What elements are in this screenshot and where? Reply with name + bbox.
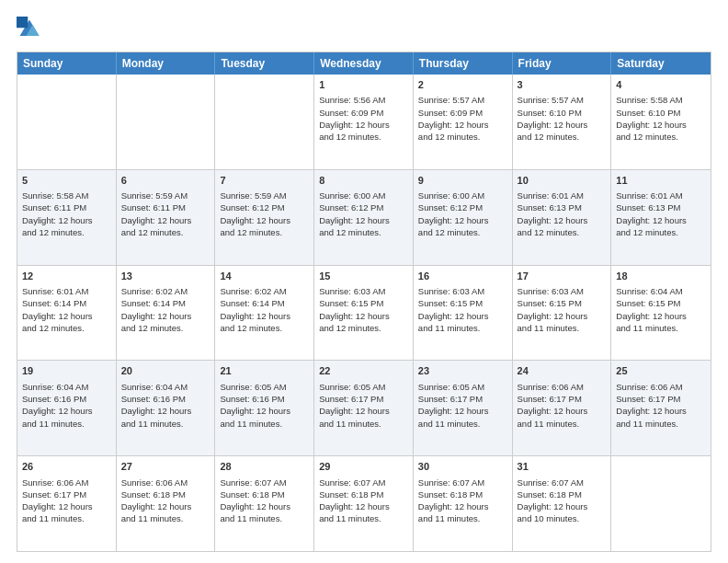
calendar-row-1: 5Sunrise: 5:58 AMSunset: 6:11 PMDaylight… — [17, 169, 711, 265]
day-cell-12: 12Sunrise: 6:01 AMSunset: 6:14 PMDayligh… — [17, 266, 117, 361]
day-cell-24: 24Sunrise: 6:06 AMSunset: 6:17 PMDayligh… — [513, 361, 612, 455]
day-info-line: Daylight: 12 hours — [418, 214, 507, 226]
calendar-row-2: 12Sunrise: 6:01 AMSunset: 6:14 PMDayligh… — [17, 265, 711, 361]
day-info-line: Sunset: 6:12 PM — [220, 201, 309, 213]
header-cell-saturday: Saturday — [611, 52, 711, 75]
day-info-line: Daylight: 12 hours — [616, 214, 706, 226]
day-info-line: Daylight: 12 hours — [220, 214, 309, 226]
day-info-line: Daylight: 12 hours — [319, 119, 408, 131]
day-info-line: Sunset: 6:11 PM — [22, 201, 111, 213]
day-info-line: and 11 minutes. — [418, 512, 507, 524]
day-info-line: Sunrise: 5:57 AM — [518, 94, 607, 106]
day-info-line: Sunrise: 6:03 AM — [319, 285, 408, 297]
day-info-line: Daylight: 12 hours — [319, 405, 408, 417]
day-cell-10: 10Sunrise: 6:01 AMSunset: 6:13 PMDayligh… — [513, 170, 612, 265]
day-number: 26 — [22, 460, 111, 474]
empty-cell-0-1 — [117, 75, 216, 169]
day-info-line: and 11 minutes. — [418, 418, 507, 430]
day-cell-11: 11Sunrise: 6:01 AMSunset: 6:13 PMDayligh… — [611, 170, 711, 265]
day-info-line: and 11 minutes. — [220, 512, 309, 524]
day-number: 22 — [319, 364, 408, 378]
day-cell-9: 9Sunrise: 6:00 AMSunset: 6:12 PMDaylight… — [414, 170, 513, 265]
day-info-line: Sunset: 6:17 PM — [616, 393, 706, 405]
day-info-line: Sunset: 6:18 PM — [518, 488, 607, 500]
day-info-line: Daylight: 12 hours — [220, 405, 309, 417]
day-info-line: Sunrise: 6:03 AM — [518, 285, 607, 297]
day-number: 18 — [616, 270, 706, 283]
day-info-line: Sunset: 6:16 PM — [22, 393, 111, 405]
day-info-line: and 12 minutes. — [616, 131, 706, 143]
day-info-line: and 12 minutes. — [220, 226, 309, 238]
day-number: 4 — [616, 78, 706, 92]
day-info-line: and 12 minutes. — [616, 226, 706, 238]
day-info-line: Sunset: 6:16 PM — [220, 393, 309, 405]
day-cell-8: 8Sunrise: 6:00 AMSunset: 6:12 PMDaylight… — [314, 170, 414, 265]
day-info-line: and 12 minutes. — [418, 131, 507, 143]
day-info-line: and 11 minutes. — [121, 418, 210, 430]
day-number: 1 — [319, 78, 408, 92]
day-info-line: Daylight: 12 hours — [220, 310, 309, 322]
day-info-line: Daylight: 12 hours — [319, 214, 408, 226]
day-info-line: Daylight: 12 hours — [418, 500, 507, 512]
day-info-line: and 12 minutes. — [319, 226, 408, 238]
day-info-line: and 12 minutes. — [22, 226, 111, 238]
day-number: 11 — [616, 174, 706, 188]
day-cell-31: 31Sunrise: 6:07 AMSunset: 6:18 PMDayligh… — [513, 456, 612, 551]
day-info-line: Daylight: 12 hours — [121, 500, 210, 512]
day-info-line: and 10 minutes. — [518, 512, 607, 524]
day-info-line: Sunrise: 6:07 AM — [319, 477, 408, 488]
header-cell-sunday: Sunday — [17, 52, 117, 75]
day-info-line: Sunset: 6:17 PM — [319, 393, 408, 405]
day-number: 13 — [121, 270, 210, 283]
calendar-row-3: 19Sunrise: 6:04 AMSunset: 6:16 PMDayligh… — [17, 360, 711, 455]
day-info-line: Daylight: 12 hours — [319, 310, 408, 322]
day-info-line: Daylight: 12 hours — [220, 500, 309, 512]
day-info-line: Daylight: 12 hours — [418, 119, 507, 131]
day-number: 20 — [121, 364, 210, 378]
day-number: 23 — [418, 364, 507, 378]
day-number: 31 — [518, 460, 607, 474]
day-info-line: Sunrise: 6:03 AM — [418, 285, 507, 297]
header-cell-monday: Monday — [117, 52, 216, 75]
day-info-line: Sunset: 6:13 PM — [518, 201, 607, 213]
day-info-line: Sunset: 6:09 PM — [418, 107, 507, 119]
empty-cell-0-2 — [215, 75, 314, 169]
day-number: 15 — [319, 270, 408, 283]
day-cell-1: 1Sunrise: 5:56 AMSunset: 6:09 PMDaylight… — [314, 75, 414, 169]
day-info-line: and 11 minutes. — [518, 322, 607, 334]
day-cell-6: 6Sunrise: 5:59 AMSunset: 6:11 PMDaylight… — [117, 170, 216, 265]
day-info-line: and 12 minutes. — [22, 322, 111, 334]
day-info-line: Sunset: 6:18 PM — [220, 488, 309, 500]
day-info-line: and 12 minutes. — [121, 226, 210, 238]
day-info-line: Sunrise: 6:01 AM — [518, 190, 607, 201]
day-number: 14 — [220, 270, 309, 283]
day-info-line: and 12 minutes. — [518, 226, 607, 238]
day-cell-2: 2Sunrise: 5:57 AMSunset: 6:09 PMDaylight… — [414, 75, 513, 169]
header-cell-friday: Friday — [513, 52, 612, 75]
day-cell-16: 16Sunrise: 6:03 AMSunset: 6:15 PMDayligh… — [414, 266, 513, 361]
day-info-line: and 11 minutes. — [319, 418, 408, 430]
day-info-line: Sunset: 6:18 PM — [418, 488, 507, 500]
day-info-line: Sunset: 6:10 PM — [616, 107, 706, 119]
day-cell-30: 30Sunrise: 6:07 AMSunset: 6:18 PMDayligh… — [414, 456, 513, 551]
day-number: 2 — [418, 78, 507, 92]
logo — [17, 17, 46, 42]
day-info-line: Sunrise: 6:02 AM — [220, 285, 309, 297]
day-info-line: Sunset: 6:12 PM — [418, 201, 507, 213]
day-info-line: and 12 minutes. — [518, 131, 607, 143]
day-info-line: Sunrise: 5:58 AM — [616, 94, 706, 106]
day-cell-15: 15Sunrise: 6:03 AMSunset: 6:15 PMDayligh… — [314, 266, 414, 361]
header-cell-tuesday: Tuesday — [215, 52, 314, 75]
day-info-line: Sunrise: 6:05 AM — [220, 381, 309, 393]
calendar: SundayMondayTuesdayWednesdayThursdayFrid… — [17, 52, 711, 552]
day-info-line: and 11 minutes. — [518, 418, 607, 430]
day-cell-3: 3Sunrise: 5:57 AMSunset: 6:10 PMDaylight… — [513, 75, 612, 169]
day-cell-25: 25Sunrise: 6:06 AMSunset: 6:17 PMDayligh… — [611, 361, 711, 455]
day-info-line: Sunset: 6:15 PM — [518, 297, 607, 309]
day-cell-27: 27Sunrise: 6:06 AMSunset: 6:18 PMDayligh… — [117, 456, 216, 551]
day-info-line: Daylight: 12 hours — [518, 405, 607, 417]
day-cell-19: 19Sunrise: 6:04 AMSunset: 6:16 PMDayligh… — [17, 361, 117, 455]
day-info-line: and 11 minutes. — [220, 418, 309, 430]
day-info-line: and 11 minutes. — [319, 512, 408, 524]
calendar-header: SundayMondayTuesdayWednesdayThursdayFrid… — [17, 52, 711, 75]
